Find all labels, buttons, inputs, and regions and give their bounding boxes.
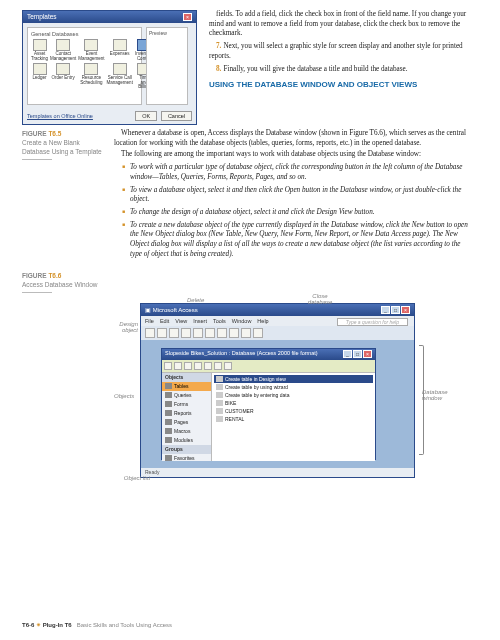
design-icon[interactable]	[174, 362, 182, 370]
object-tab-reports[interactable]: Reports	[162, 409, 211, 418]
page-number: T6-6	[22, 622, 34, 628]
template-item[interactable]: Contact Management	[50, 39, 76, 61]
list-item[interactable]: RENTAL	[214, 415, 373, 423]
db-title-text: Slopeside Bikes_Solution : Database (Acc…	[165, 350, 318, 358]
callout-delete: Delete	[187, 297, 204, 303]
object-tab-macros[interactable]: Macros	[162, 427, 211, 436]
minimize-icon[interactable]: _	[343, 350, 352, 358]
access-app-window: ▣ Microsoft Access _ □ × File Edit View …	[140, 303, 415, 478]
plugin-label: Plug-In T6	[43, 622, 72, 628]
access-title-text: Microsoft Access	[153, 307, 198, 313]
page-footer: T6-6 ✷ Plug-In T6 Basic Skills and Tools…	[22, 621, 172, 628]
query-icon	[165, 392, 172, 398]
view-icon[interactable]	[224, 362, 232, 370]
new-icon[interactable]	[184, 362, 192, 370]
template-item[interactable]: Service Call Management	[107, 63, 133, 90]
bullet-item: To work with a particular type of databa…	[122, 163, 470, 182]
table-icon	[216, 400, 223, 406]
menu-item[interactable]: File	[145, 318, 154, 324]
toolbar-icon[interactable]	[193, 328, 203, 338]
templates-icon-grid: Asset Tracking Contact Management Event …	[31, 39, 138, 90]
toolbar-icon[interactable]	[217, 328, 227, 338]
object-tab-modules[interactable]: Modules	[162, 436, 211, 445]
toolbar-icon[interactable]	[181, 328, 191, 338]
template-item[interactable]: Resource Scheduling	[78, 63, 104, 90]
templates-tabs[interactable]: General Databases	[31, 31, 138, 37]
toolbar-icon[interactable]	[205, 328, 215, 338]
report-icon	[165, 410, 172, 416]
menu-item[interactable]: Insert	[193, 318, 207, 324]
paragraph: Whenever a database is open, Access disp…	[114, 129, 470, 148]
template-item[interactable]: Asset Tracking	[31, 39, 48, 61]
close-icon[interactable]: ×	[401, 306, 410, 314]
table-icon	[165, 383, 172, 389]
bullet-list: To work with a particular type of databa…	[114, 163, 470, 259]
paragraph: fields. To add a field, click the check …	[209, 10, 470, 39]
step-8: 8.Finally, you will give the database a …	[209, 65, 470, 75]
toolbar-icon[interactable]	[229, 328, 239, 338]
maximize-icon[interactable]: □	[353, 350, 362, 358]
callout-design-object: Design object	[110, 321, 138, 333]
list-item[interactable]: Create table in Design view	[214, 375, 373, 383]
table-icon	[216, 416, 223, 422]
module-icon	[165, 437, 172, 443]
template-item[interactable]: Expenses	[107, 39, 133, 61]
ok-button[interactable]: OK	[135, 111, 157, 121]
delete-icon[interactable]	[194, 362, 202, 370]
menu-item[interactable]: Help	[257, 318, 268, 324]
toolbar-icon[interactable]	[145, 328, 155, 338]
templates-title-text: Templates	[27, 13, 57, 21]
macro-icon	[165, 428, 172, 434]
view-icon[interactable]	[214, 362, 222, 370]
object-tab-queries[interactable]: Queries	[162, 391, 211, 400]
paragraph: The following are among the important wa…	[114, 150, 470, 160]
template-item[interactable]: Order Entry	[50, 63, 76, 90]
minimize-icon[interactable]: _	[381, 306, 390, 314]
view-icon[interactable]	[204, 362, 212, 370]
maximize-icon[interactable]: □	[391, 306, 400, 314]
objects-header: Objects	[162, 373, 211, 382]
bullet-item: To view a database object, select it and…	[122, 186, 470, 205]
templates-dialog: Templates × General Databases Asset Trac…	[22, 10, 197, 125]
preview-label: Preview	[149, 30, 167, 36]
close-icon[interactable]: ×	[363, 350, 372, 358]
toolbar-icon[interactable]	[253, 328, 263, 338]
list-item[interactable]: Create table by entering data	[214, 391, 373, 399]
callout-objects: Objects	[114, 393, 134, 399]
figure-label-t66: FIGURE T6.6 Access Database Window	[22, 271, 102, 293]
brace-icon	[419, 345, 424, 455]
cancel-button[interactable]: Cancel	[161, 111, 192, 121]
office-online-link[interactable]: Templates on Office Online	[27, 113, 93, 119]
toolbar-icon[interactable]	[157, 328, 167, 338]
open-icon[interactable]	[164, 362, 172, 370]
groups-header: Groups	[162, 445, 211, 454]
menu-item[interactable]: Edit	[160, 318, 169, 324]
wizard-icon	[216, 376, 223, 382]
access-titlebar: ▣ Microsoft Access _ □ ×	[141, 304, 414, 316]
access-icon: ▣	[145, 307, 151, 313]
db-titlebar: Slopeside Bikes_Solution : Database (Acc…	[162, 349, 375, 360]
menu-item[interactable]: View	[175, 318, 187, 324]
star-icon: ✷	[36, 622, 43, 628]
template-item[interactable]: Event Management	[78, 39, 104, 61]
toolbar-icon[interactable]	[169, 328, 179, 338]
status-bar: Ready	[141, 468, 414, 477]
page-icon	[165, 419, 172, 425]
db-toolbar	[162, 360, 375, 373]
help-search-input[interactable]: Type a question for help	[337, 318, 408, 326]
object-tab-tables[interactable]: Tables	[162, 382, 211, 391]
wizard-icon	[216, 392, 223, 398]
list-item[interactable]: CUSTOMER	[214, 407, 373, 415]
list-item[interactable]: BIKE	[214, 399, 373, 407]
close-icon[interactable]: ×	[183, 13, 192, 21]
list-item[interactable]: Create table by using wizard	[214, 383, 373, 391]
object-tab-forms[interactable]: Forms	[162, 400, 211, 409]
template-item[interactable]: Ledger	[31, 63, 48, 90]
group-favorites[interactable]: Favorites	[162, 454, 211, 463]
menu-item[interactable]: Window	[232, 318, 252, 324]
menu-item[interactable]: Tools	[213, 318, 226, 324]
body-text-right: fields. To add a field, click the check …	[209, 10, 470, 125]
toolbar-icon[interactable]	[241, 328, 251, 338]
object-tab-pages[interactable]: Pages	[162, 418, 211, 427]
database-window: Slopeside Bikes_Solution : Database (Acc…	[161, 348, 376, 460]
